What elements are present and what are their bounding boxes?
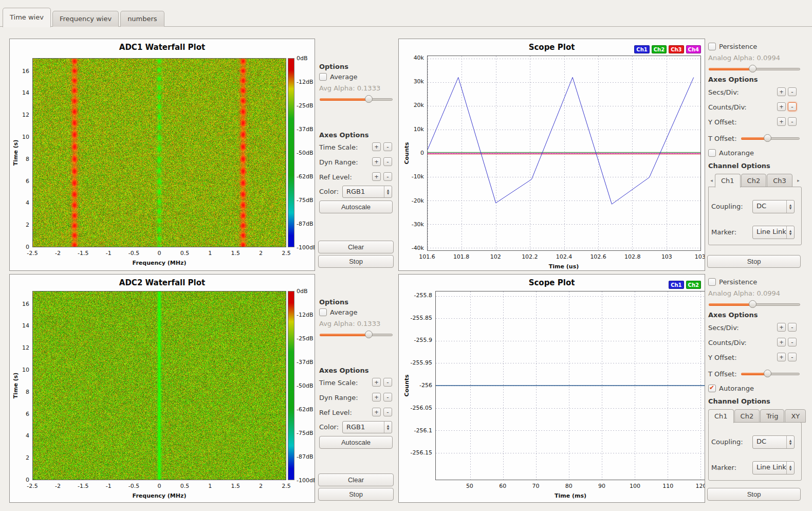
scope-stop-button[interactable]: Stop [707, 255, 801, 268]
spinner-arrows[interactable]: ▲▼ [786, 462, 794, 474]
x-tick-label: 102 [490, 253, 501, 260]
scope-controls-2: Persistence Analog Alpha: 0.0994 Axes Op… [707, 274, 803, 503]
slider-handle[interactable] [764, 370, 771, 377]
y-offset-minus-button[interactable]: - [788, 117, 797, 126]
dyn-range-minus-button[interactable]: - [383, 157, 392, 166]
waterfall-panel-adc1: ADC1 Waterfall Plot Time (s) Frequency (… [9, 39, 315, 271]
color-select[interactable]: RGB1 ▲▼ [342, 186, 392, 198]
autorange-checkbox[interactable] [708, 149, 716, 157]
spinner-arrows[interactable]: ▲▼ [786, 200, 794, 213]
spin-down-icon[interactable]: ▼ [789, 207, 792, 210]
t-offset-slider[interactable] [741, 134, 800, 142]
channel-tab-ch2[interactable]: Ch2 [734, 409, 760, 423]
colorbar-tick-label: -50dB [297, 150, 313, 156]
tab-numbers[interactable]: numbers [120, 11, 164, 27]
dyn-range-minus-button[interactable]: - [383, 393, 392, 402]
marker-select[interactable]: Line Link ▲▼ [752, 461, 795, 474]
dyn-range-plus-button[interactable]: + [372, 393, 381, 402]
avg-alpha-slider[interactable] [320, 95, 393, 103]
scope-plot-canvas[interactable] [436, 291, 705, 480]
autoscale-button[interactable]: Autoscale [319, 436, 393, 449]
average-checkbox[interactable] [319, 308, 327, 316]
waterfall-image[interactable] [33, 59, 286, 247]
dyn-range-plus-button[interactable]: + [372, 157, 381, 166]
spin-down-icon[interactable]: ▼ [387, 427, 390, 430]
coupling-select[interactable]: DC ▲▼ [752, 435, 795, 449]
y-offset-plus-button[interactable]: + [777, 353, 786, 361]
counts-div-plus-button[interactable]: + [777, 102, 786, 111]
channel-tabs-scroll-right-icon[interactable]: ▸ [795, 174, 802, 187]
y-tick-label: -255.95 [411, 359, 432, 366]
time-scale-minus-button[interactable]: - [383, 378, 392, 387]
slider-handle[interactable] [749, 300, 756, 308]
spin-down-icon[interactable]: ▼ [387, 192, 390, 195]
slider-handle[interactable] [365, 331, 373, 338]
spinner-arrows[interactable]: ▲▼ [384, 186, 392, 197]
secs-div-plus-button[interactable]: + [777, 323, 786, 332]
coupling-select[interactable]: DC ▲▼ [752, 200, 795, 213]
tab-time-view[interactable]: Time wiev [3, 8, 51, 27]
counts-div-plus-button[interactable]: + [777, 338, 786, 346]
stop-button[interactable]: Stop [318, 488, 394, 501]
time-scale-plus-button[interactable]: + [372, 378, 381, 387]
time-scale-plus-button[interactable]: + [372, 142, 381, 151]
channel-tab-xy[interactable]: XY [785, 409, 806, 423]
channel-tab-ch1[interactable]: Ch1 [708, 409, 734, 423]
counts-div-minus-button[interactable]: - [788, 102, 797, 111]
analog-alpha-label: Analog Alpha: 0.0994 [708, 289, 780, 297]
waterfall-image[interactable] [33, 291, 286, 480]
channel-tab-trig[interactable]: Trig [760, 409, 784, 423]
slider-handle[interactable] [749, 65, 756, 72]
spinner-arrows[interactable]: ▲▼ [786, 436, 794, 448]
colorbar-tick-label: 0dB [297, 55, 308, 62]
analog-alpha-slider[interactable] [709, 300, 800, 308]
secs-div-plus-button[interactable]: + [777, 87, 786, 96]
colorbar-tick-label: -100dB [297, 244, 315, 251]
channel-tab-ch2[interactable]: Ch2 [741, 174, 767, 187]
y-tick-label: -256.1 [414, 427, 432, 434]
color-select[interactable]: RGB1 ▲▼ [342, 421, 392, 433]
ref-level-minus-button[interactable]: - [383, 172, 392, 181]
ref-level-plus-button[interactable]: + [372, 408, 381, 416]
ref-level-minus-button[interactable]: - [383, 408, 392, 416]
persistence-checkbox[interactable] [708, 278, 716, 286]
channel-tabs-scroll-left-icon[interactable]: ◂ [708, 174, 715, 187]
slider-handle[interactable] [764, 134, 771, 142]
persistence-label: Persistence [719, 278, 757, 286]
slider-handle[interactable] [365, 95, 373, 103]
average-checkbox[interactable] [319, 73, 327, 81]
clear-button[interactable]: Clear [318, 241, 394, 253]
tab-frequency-view[interactable]: Frequency wiev [52, 11, 119, 27]
y-offset-minus-button[interactable]: - [788, 353, 797, 361]
x-tick-label: 90 [598, 483, 605, 489]
spin-down-icon[interactable]: ▼ [789, 442, 792, 445]
secs-div-minus-button[interactable]: - [788, 87, 797, 96]
spin-down-icon[interactable]: ▼ [789, 468, 792, 471]
scope-stop-button[interactable]: Stop [707, 488, 801, 501]
marker-select[interactable]: Line Link ▲▼ [752, 226, 795, 239]
channel-tab-ch1[interactable]: Ch1 [715, 174, 741, 188]
autorange-checkbox[interactable] [708, 385, 716, 392]
y-offset-plus-button[interactable]: + [777, 117, 786, 126]
ref-level-plus-button[interactable]: + [372, 172, 381, 181]
t-offset-slider[interactable] [741, 370, 800, 378]
legend-chip-ch4: Ch4 [686, 45, 701, 53]
counts-div-minus-button[interactable]: - [788, 338, 797, 346]
spin-down-icon[interactable]: ▼ [789, 232, 792, 235]
channel-tab-ch3[interactable]: Ch3 [767, 174, 792, 187]
autoscale-button[interactable]: Autoscale [319, 200, 393, 213]
persistence-checkbox[interactable] [708, 43, 716, 50]
avg-alpha-slider[interactable] [320, 331, 393, 339]
clear-button[interactable]: Clear [318, 473, 394, 486]
spinner-arrows[interactable]: ▲▼ [384, 422, 392, 433]
stop-button[interactable]: Stop [318, 255, 394, 268]
scope-controls-1: Persistence Analog Alpha: 0.0994 Axes Op… [707, 39, 803, 271]
x-tick-label: -2 [55, 250, 61, 257]
time-scale-minus-button[interactable]: - [383, 142, 392, 151]
scope-plot-canvas[interactable] [428, 56, 700, 250]
secs-div-minus-button[interactable]: - [788, 323, 797, 332]
secs-div-label: Secs/Div: [708, 88, 739, 96]
analog-alpha-slider[interactable] [709, 65, 800, 73]
persistence-checkbox-row: Persistence [708, 43, 757, 50]
spinner-arrows[interactable]: ▲▼ [786, 226, 794, 239]
